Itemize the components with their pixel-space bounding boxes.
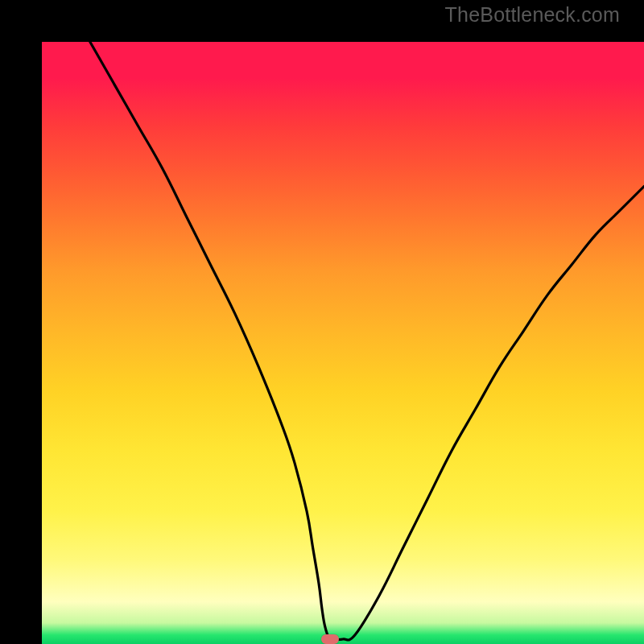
plot-area [42,42,644,644]
watermark: TheBottleneck.com [445,3,620,27]
bottleneck-curve [42,42,644,644]
chart-frame [0,0,644,644]
optimal-point-marker [321,634,339,644]
